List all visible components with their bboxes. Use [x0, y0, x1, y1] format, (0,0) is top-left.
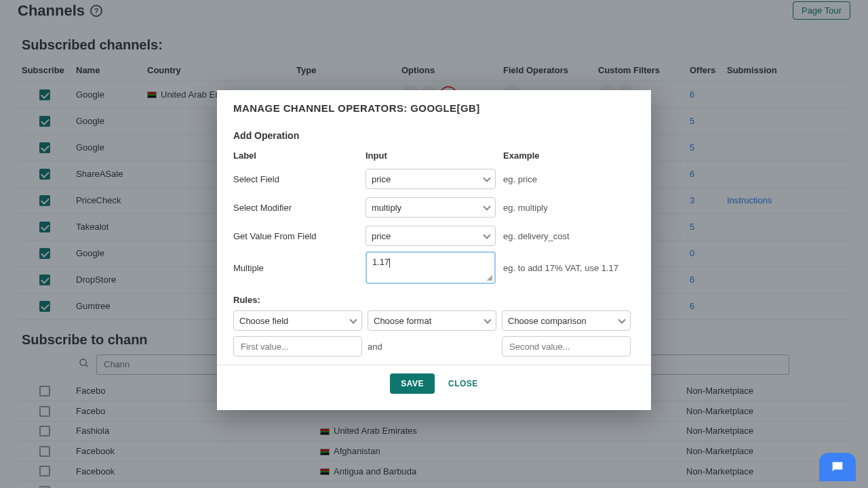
and-label: and [368, 342, 496, 352]
modal-overlay: MANAGE CHANNEL OPERATORS: GOOGLE[GB] Add… [0, 0, 868, 488]
label-header: Label [233, 150, 366, 161]
modal-title: MANAGE CHANNEL OPERATORS: GOOGLE[GB] [233, 102, 635, 114]
input-header: Input [366, 150, 498, 161]
get-value-example: eg. delivery_cost [498, 231, 635, 241]
chevron-down-icon [483, 203, 490, 210]
choose-field-dropdown[interactable]: Choose field [233, 310, 362, 331]
chat-icon [830, 460, 845, 474]
chevron-down-icon [349, 316, 357, 323]
get-value-label: Get Value From Field [233, 231, 366, 241]
select-modifier-dropdown[interactable]: multiply [366, 197, 496, 218]
divider [217, 365, 651, 365]
chevron-down-icon [483, 231, 490, 239]
rules-heading: Rules: [233, 295, 635, 305]
example-header: Example [498, 150, 635, 161]
add-operation-heading: Add Operation [233, 130, 635, 141]
chevron-down-icon [483, 174, 490, 182]
select-field-example: eg. price [498, 174, 635, 184]
select-field-dropdown[interactable]: price [366, 169, 496, 189]
multiple-label: Multiple [233, 263, 366, 273]
choose-format-dropdown[interactable]: Choose format [368, 310, 496, 331]
manage-operators-modal: MANAGE CHANNEL OPERATORS: GOOGLE[GB] Add… [217, 90, 651, 410]
select-field-label: Select Field [233, 174, 366, 184]
multiple-textarea[interactable]: 1.17 [366, 251, 496, 284]
chevron-down-icon [484, 316, 491, 323]
second-value-input[interactable] [502, 336, 631, 357]
get-value-dropdown[interactable]: price [366, 226, 496, 246]
multiple-example: eg. to add 17% VAT, use 1.17 [498, 263, 635, 273]
close-button[interactable]: CLOSE [448, 373, 478, 394]
chevron-down-icon [618, 316, 625, 323]
save-button[interactable]: SAVE [390, 373, 435, 394]
chat-button[interactable] [819, 453, 856, 481]
select-modifier-example: eg. multiply [498, 203, 635, 213]
choose-comparison-dropdown[interactable]: Choose comparison [502, 310, 631, 331]
select-modifier-label: Select Modifier [233, 203, 366, 213]
first-value-input[interactable] [233, 336, 362, 357]
